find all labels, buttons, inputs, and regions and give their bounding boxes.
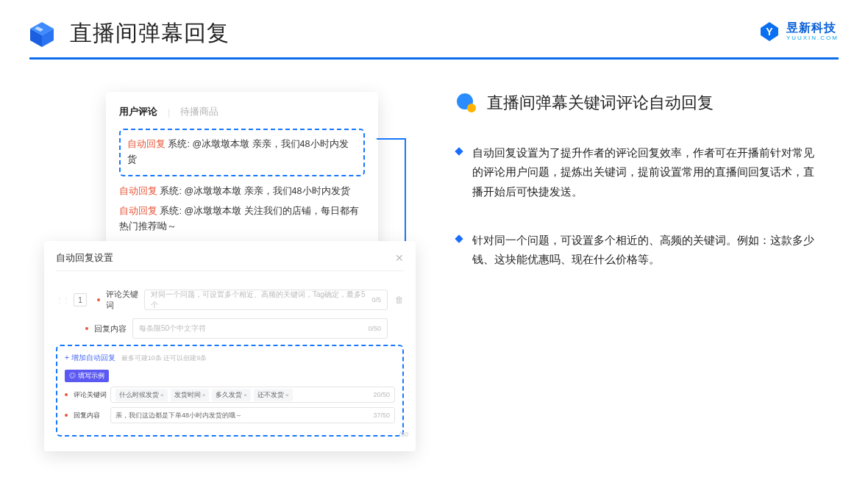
rule-limit-text: 最多可建10条 还可以创建9条 xyxy=(121,354,207,363)
logo-text-cn: 昱新科技 xyxy=(786,22,839,34)
comments-card: 用户评论 | 待播商品 自动回复 系统: @冰墩墩本墩 亲亲，我们48小时内发货… xyxy=(106,92,378,255)
add-rule-link[interactable]: + 增加自动回复 xyxy=(65,353,115,363)
required-dot-icon xyxy=(65,393,68,396)
logo-badge-icon: Y xyxy=(758,21,780,43)
close-icon[interactable]: ✕ xyxy=(395,252,404,264)
cube-icon xyxy=(27,19,57,49)
example-content-row: 回复内容 亲，我们这边都是下单48小时内发货的哦～ 37/50 xyxy=(65,407,395,423)
content-label: 回复内容 xyxy=(94,323,132,334)
reply-row-2: 自动回复 系统: @冰墩墩本墩 亲亲，我们48小时内发货 xyxy=(119,184,365,199)
rule-keyword-row: ⋮⋮ 1 评论关键词 对同一个问题，可设置多个相近、高频的关键词，Tag确定，最… xyxy=(56,289,404,311)
logo-text-en: YUUXIN.COM xyxy=(786,35,839,41)
page-title: 直播间弹幕回复 xyxy=(70,18,230,49)
screenshot-stack: 用户评论 | 待播商品 自动回复 系统: @冰墩墩本墩 亲亲，我们48小时内发货… xyxy=(44,86,419,298)
chip[interactable]: 还不发货× xyxy=(254,389,293,401)
rule-index: 1 xyxy=(74,293,87,306)
chat-bubble-icon xyxy=(456,93,477,113)
settings-card: 自动回复设置 ✕ ⋮⋮ 1 评论关键词 对同一个问题，可设置多个相近、高频的关键… xyxy=(44,241,416,451)
connector-line xyxy=(377,138,405,140)
keyword-input[interactable]: 对同一个问题，可设置多个相近、高频的关键词，Tag确定，最多5个 0/5 xyxy=(144,290,388,310)
tab-bar: 用户评论 | 待播商品 xyxy=(119,105,365,118)
keyword-chips: 什么时候发货× 发货时间× 多久发货× 还不发货× xyxy=(115,389,369,401)
diamond-bullet-icon xyxy=(455,234,463,243)
required-dot-icon xyxy=(65,414,68,417)
chip[interactable]: 多久发货× xyxy=(212,389,251,401)
content-counter: 0/50 xyxy=(368,325,381,332)
svg-text:Y: Y xyxy=(766,26,773,37)
required-dot-icon xyxy=(97,298,100,301)
tab-comments[interactable]: 用户评论 xyxy=(119,105,157,118)
content-input[interactable]: 每条限50个中文字符 0/50 xyxy=(132,318,388,339)
delete-icon[interactable]: 🗑 xyxy=(395,295,404,305)
chip[interactable]: 什么时候发货× xyxy=(115,389,168,401)
drag-handle-icon[interactable]: ⋮⋮ xyxy=(56,296,69,304)
ghost-counter: /50 xyxy=(399,431,408,438)
required-dot-icon xyxy=(85,327,88,330)
example-content-input[interactable]: 亲，我们这边都是下单48小时内发货的哦～ 37/50 xyxy=(110,407,395,423)
keyword-label: 评论关键词 xyxy=(106,289,144,311)
example-keyword-row: 评论关键词 什么时候发货× 发货时间× 多久发货× 还不发货× 20/50 xyxy=(65,387,395,403)
explanation-panel: 直播间弹幕关键词评论自动回复 自动回复设置为了提升作者的评论回复效率，作者可在开… xyxy=(419,86,839,298)
slide-header: 直播间弹幕回复 Y 昱新科技 YUUXIN.COM xyxy=(0,0,868,57)
bullet-2: 针对同一个问题，可设置多个相近的、高频的关键词。例如：这款多少钱、这块能优惠吗、… xyxy=(456,231,839,270)
settings-title: 自动回复设置 xyxy=(56,251,113,265)
rule-content-row: 回复内容 每条限50个中文字符 0/50 🗑 xyxy=(85,318,404,339)
keyword-counter: 0/5 xyxy=(371,296,381,304)
tab-separator: | xyxy=(168,107,170,118)
diamond-bullet-icon xyxy=(455,147,463,155)
chip[interactable]: 发货时间× xyxy=(171,389,210,401)
section-title: 直播间弹幕关键词评论自动回复 xyxy=(487,92,714,114)
system-label: 系统: xyxy=(168,139,189,149)
reply-text-2: @冰墩墩本墩 亲亲，我们48小时内发货 xyxy=(184,186,349,196)
highlighted-reply: 自动回复 系统: @冰墩墩本墩 亲亲，我们48小时内发货 xyxy=(119,129,365,176)
example-block: + 增加自动回复 最多可建10条 还可以创建9条 ◎ 填写示例 评论关键词 什么… xyxy=(56,345,404,437)
example-badge: ◎ 填写示例 xyxy=(65,370,109,382)
svg-point-6 xyxy=(467,104,476,112)
auto-reply-tag: 自动回复 xyxy=(127,139,166,149)
reply-row-3: 自动回复 系统: @冰墩墩本墩 关注我们的店铺，每日都有热门推荐呦～ xyxy=(119,204,365,235)
bullet-1: 自动回复设置为了提升作者的评论回复效率，作者可在开播前针对常见的评论用户问题，提… xyxy=(456,143,839,201)
tab-products[interactable]: 待播商品 xyxy=(180,105,218,118)
brand-logo: Y 昱新科技 YUUXIN.COM xyxy=(758,21,839,43)
example-keyword-input[interactable]: 什么时候发货× 发货时间× 多久发货× 还不发货× 20/50 xyxy=(110,387,395,403)
